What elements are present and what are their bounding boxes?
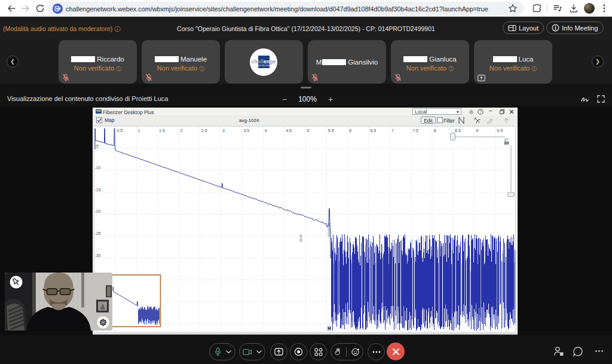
- svg-text:2: 2: [180, 129, 183, 133]
- svg-text:3: 3: [222, 129, 225, 133]
- svg-text:4: 4: [265, 129, 267, 133]
- svg-text:6.5: 6.5: [371, 129, 377, 133]
- svg-text:1.5: 1.5: [159, 129, 165, 133]
- svg-text:4.5: 4.5: [286, 129, 292, 133]
- svg-text:5.5: 5.5: [328, 129, 334, 133]
- svg-text:9: 9: [476, 129, 478, 133]
- svg-text:3.5: 3.5: [244, 129, 250, 133]
- svg-text:8.5: 8.5: [455, 129, 461, 133]
- svg-text:6: 6: [349, 129, 351, 133]
- svg-text:7: 7: [391, 129, 394, 133]
- svg-text:-25: -25: [95, 231, 101, 235]
- svg-text:5: 5: [307, 129, 310, 133]
- svg-text:8: 8: [434, 129, 436, 133]
- svg-text:2.5: 2.5: [201, 129, 207, 133]
- svg-text:1: 1: [138, 129, 140, 133]
- svg-text:9.5: 9.5: [497, 129, 503, 133]
- svg-text:-30: -30: [95, 253, 101, 258]
- svg-text:7.5: 7.5: [412, 129, 418, 133]
- svg-text:?: ?: [479, 109, 482, 114]
- svg-text:-10: -10: [95, 166, 101, 170]
- svg-text:0.5: 0.5: [117, 129, 123, 133]
- svg-text:-15: -15: [95, 188, 101, 192]
- svg-text:-20: -20: [95, 209, 101, 213]
